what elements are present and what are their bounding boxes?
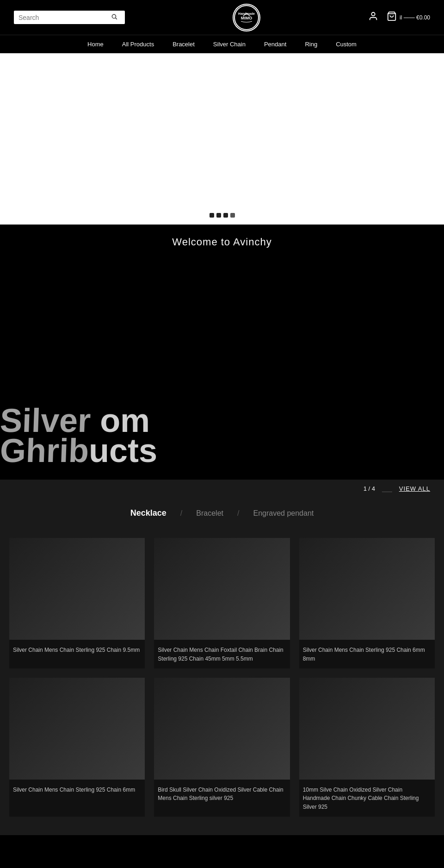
- hero-dot-3[interactable]: [223, 213, 228, 218]
- product-info-3: Silver Chain Mens Chain Sterling 925 Cha…: [9, 780, 145, 799]
- nav-home[interactable]: Home: [87, 41, 104, 48]
- product-name-5: 10mm Silve Chain Oxidized Silver Chain H…: [303, 787, 419, 811]
- overlay-line1: Silver om: [0, 406, 157, 436]
- nav-pendant[interactable]: Pendant: [264, 41, 286, 48]
- tab-necklace[interactable]: Necklace: [130, 506, 166, 520]
- header-icons: il —— €0.00: [368, 11, 430, 24]
- product-image-1: [154, 538, 290, 640]
- svg-point-0: [112, 14, 116, 18]
- nav-ring[interactable]: Ring: [305, 41, 317, 48]
- products-section: Silver Chain Mens Chain Sterling 925 Cha…: [0, 529, 444, 835]
- product-name-0: Silver Chain Mens Chain Sterling 925 Cha…: [13, 647, 140, 653]
- welcome-title: Welcome to Avinchy: [0, 236, 444, 248]
- product-card-1[interactable]: Silver Chain Mens Chain Foxtail Chain Br…: [154, 538, 290, 668]
- hero-banner: [0, 53, 444, 225]
- nav-silver-chain[interactable]: Silver Chain: [213, 41, 246, 48]
- hero-dots: [210, 213, 235, 218]
- cart-price: il —— €0.00: [400, 14, 430, 21]
- nav-custom[interactable]: Custom: [336, 41, 357, 48]
- tab-engraved-pendant[interactable]: Engraved pendant: [253, 507, 314, 520]
- cart-icon: [387, 11, 397, 24]
- welcome-section: Welcome to Avinchy: [0, 225, 444, 248]
- nav-bracelet[interactable]: Bracelet: [173, 41, 195, 48]
- product-image-4: [154, 678, 290, 780]
- search-container: [14, 11, 125, 24]
- search-button[interactable]: [111, 13, 117, 21]
- product-info-2: Silver Chain Mens Chain Sterling 925 Cha…: [299, 640, 435, 668]
- pagination-current: 1 / 4: [364, 485, 375, 492]
- product-card-2[interactable]: Silver Chain Mens Chain Sterling 925 Cha…: [299, 538, 435, 668]
- product-card-0[interactable]: Silver Chain Mens Chain Sterling 925 Cha…: [9, 538, 145, 668]
- product-name-4: Bird Skull Silver Chain Oxidized Silver …: [158, 787, 283, 802]
- logo-circle: Handmade MIMO: [233, 4, 260, 31]
- overlay-line2: Ghribucts: [0, 436, 157, 466]
- product-card-5[interactable]: 10mm Silve Chain Oxidized Silver Chain H…: [299, 678, 435, 817]
- product-info-1: Silver Chain Mens Chain Foxtail Chain Br…: [154, 640, 290, 668]
- product-info-4: Bird Skull Silver Chain Oxidized Silver …: [154, 780, 290, 808]
- cart-area[interactable]: il —— €0.00: [387, 11, 430, 24]
- category-tabs: Necklace / Bracelet / Engraved pendant: [0, 498, 444, 529]
- hero-dot-1[interactable]: [210, 213, 214, 218]
- search-input[interactable]: [18, 14, 111, 21]
- product-info-5: 10mm Silve Chain Oxidized Silver Chain H…: [299, 780, 435, 817]
- pagination-divider: ___: [382, 485, 392, 492]
- product-image-2: [299, 538, 435, 640]
- hero-dot-2[interactable]: [216, 213, 221, 218]
- nav-all-products[interactable]: All Products: [122, 41, 154, 48]
- svg-text:MIMO: MIMO: [241, 16, 253, 20]
- products-grid-row2: Silver Chain Mens Chain Sterling 925 Cha…: [9, 678, 435, 817]
- tab-bracelet[interactable]: Bracelet: [196, 507, 223, 520]
- hero-dot-4[interactable]: [230, 213, 235, 218]
- product-name-1: Silver Chain Mens Chain Foxtail Chain Br…: [158, 647, 283, 662]
- dark-section: Silver om Ghribucts: [0, 248, 444, 480]
- overlay-text: Silver om Ghribucts: [0, 406, 157, 466]
- user-icon[interactable]: [368, 11, 378, 24]
- cat-sep-1: /: [180, 509, 182, 518]
- header: Handmade MIMO il —— €0.00: [0, 0, 444, 35]
- view-all-link[interactable]: VIEW ALL: [399, 485, 430, 492]
- svg-line-1: [116, 18, 117, 19]
- product-name-2: Silver Chain Mens Chain Sterling 925 Cha…: [303, 647, 425, 662]
- product-image-5: [299, 678, 435, 780]
- pagination-bar: 1 / 4 ___ VIEW ALL: [0, 480, 444, 498]
- product-image-0: [9, 538, 145, 640]
- product-info-0: Silver Chain Mens Chain Sterling 925 Cha…: [9, 640, 145, 660]
- logo[interactable]: Handmade MIMO: [233, 4, 260, 31]
- products-grid-row1: Silver Chain Mens Chain Sterling 925 Cha…: [9, 538, 435, 668]
- product-card-4[interactable]: Bird Skull Silver Chain Oxidized Silver …: [154, 678, 290, 817]
- cat-sep-2: /: [237, 509, 239, 518]
- main-nav: Home All Products Bracelet Silver Chain …: [0, 35, 444, 53]
- svg-point-6: [371, 12, 375, 16]
- product-card-3[interactable]: Silver Chain Mens Chain Sterling 925 Cha…: [9, 678, 145, 817]
- product-image-3: [9, 678, 145, 780]
- product-name-3: Silver Chain Mens Chain Sterling 925 Cha…: [13, 787, 135, 793]
